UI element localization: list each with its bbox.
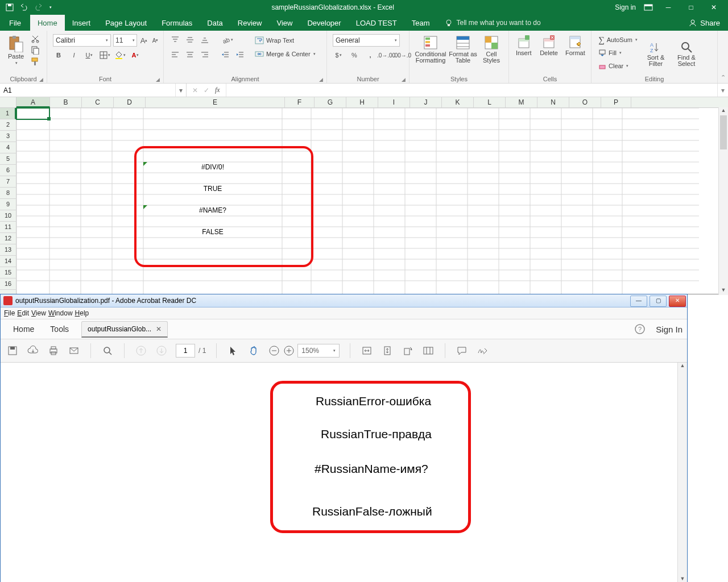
delete-cells-button[interactable]: Delete — [537, 33, 560, 56]
scrollbar-thumb[interactable] — [720, 115, 727, 149]
tell-me-search[interactable]: Tell me what you want to do — [445, 15, 540, 31]
formula-input[interactable] — [226, 84, 717, 97]
comma-format-icon[interactable]: , — [365, 49, 376, 61]
row-header[interactable]: 9 — [0, 199, 16, 210]
underline-button[interactable]: U▾ — [84, 49, 95, 61]
undo-icon[interactable] — [19, 3, 28, 11]
tab-tools[interactable]: Tools — [42, 325, 77, 334]
tab-file[interactable]: File — [0, 15, 30, 31]
menu-view[interactable]: View — [31, 309, 46, 317]
format-painter-icon[interactable] — [31, 57, 40, 66]
cloud-icon[interactable] — [27, 344, 39, 357]
paste-button[interactable]: Paste ▾ — [3, 33, 28, 65]
tab-formulas[interactable]: Formulas — [154, 15, 200, 31]
column-header[interactable]: I — [378, 97, 410, 107]
fit-width-icon[interactable] — [361, 344, 373, 357]
menu-window[interactable]: Window — [48, 309, 73, 317]
align-center-icon[interactable] — [184, 49, 196, 60]
save-icon[interactable] — [6, 344, 19, 357]
tab-home[interactable]: Home — [30, 15, 65, 31]
row-header[interactable]: 11 — [0, 222, 16, 233]
worksheet-grid[interactable]: ABCDEFGHIJKLMNOP 12345678910111213141516… — [0, 97, 728, 295]
column-header[interactable]: N — [537, 97, 569, 107]
column-header[interactable]: F — [285, 97, 315, 107]
document-tab[interactable]: outputRussianGlob...✕ — [81, 321, 168, 338]
share-button[interactable]: Share — [681, 15, 728, 31]
shrink-font-icon[interactable]: A▾ — [151, 35, 160, 45]
font-name-selector[interactable]: Calibri▾ — [53, 34, 111, 47]
cell[interactable]: #NAME? — [143, 205, 282, 216]
scroll-down-icon[interactable]: ▼ — [719, 287, 728, 295]
conditional-formatting-button[interactable]: Conditional Formatting — [415, 33, 446, 64]
qat-dropdown-icon[interactable]: ▾ — [49, 5, 52, 10]
row-header[interactable]: 6 — [0, 165, 16, 176]
tab-developer[interactable]: Developer — [300, 15, 348, 31]
scroll-down-icon[interactable]: ▼ — [678, 576, 687, 582]
column-header[interactable]: H — [346, 97, 378, 107]
redo-icon[interactable] — [34, 3, 43, 11]
row-header[interactable]: 7 — [0, 176, 16, 188]
rotate-icon[interactable] — [402, 344, 414, 357]
close-button[interactable]: ✕ — [669, 296, 686, 307]
hand-tool-icon[interactable] — [247, 344, 260, 357]
comment-icon[interactable] — [456, 344, 468, 357]
save-icon[interactable] — [6, 3, 14, 11]
fx-icon[interactable]: fx — [215, 86, 220, 94]
fill-button[interactable]: Fill▾ — [598, 47, 638, 59]
print-icon[interactable] — [47, 344, 60, 357]
search-icon[interactable] — [101, 344, 114, 357]
ribbon-display-icon[interactable] — [644, 4, 653, 11]
fit-page-icon[interactable] — [381, 344, 394, 357]
column-header[interactable]: B — [50, 97, 82, 107]
tab-review[interactable]: Review — [230, 15, 270, 31]
menu-edit[interactable]: Edit — [17, 309, 29, 317]
decrease-decimal-icon[interactable]: .00→.0 — [396, 49, 408, 61]
align-left-icon[interactable] — [169, 49, 181, 60]
tab-load-test[interactable]: LOAD TEST — [349, 15, 404, 31]
column-header[interactable]: J — [410, 97, 442, 107]
tab-data[interactable]: Data — [200, 15, 230, 31]
row-header[interactable]: 5 — [0, 153, 16, 165]
maximize-button[interactable]: ▢ — [650, 296, 667, 307]
pdf-viewport[interactable]: RussianError-ошибка RussianTrue-правда #… — [1, 363, 687, 582]
cut-icon[interactable] — [31, 34, 40, 43]
expand-formula-bar-icon[interactable]: ▾ — [717, 84, 728, 97]
dialog-launcher-icon[interactable]: ◢ — [402, 77, 406, 82]
close-tab-icon[interactable]: ✕ — [156, 325, 162, 333]
row-header[interactable]: 13 — [0, 244, 16, 256]
minimize-button[interactable]: — — [630, 296, 647, 307]
column-header[interactable]: D — [114, 97, 146, 107]
page-number-input[interactable] — [176, 344, 195, 357]
vertical-scrollbar[interactable]: ▲ ▼ — [718, 107, 728, 295]
tab-insert[interactable]: Insert — [65, 15, 98, 31]
row-header[interactable]: 2 — [0, 119, 16, 131]
row-header[interactable]: 4 — [0, 142, 16, 153]
align-bottom-icon[interactable] — [199, 34, 210, 45]
column-header[interactable]: K — [442, 97, 474, 107]
name-box-input[interactable] — [0, 86, 175, 94]
menu-file[interactable]: File — [4, 309, 15, 317]
cell[interactable]: TRUE — [143, 184, 282, 194]
zoom-level-selector[interactable]: 150%▾ — [297, 344, 340, 357]
format-cells-button[interactable]: Format — [563, 33, 588, 56]
format-as-table-button[interactable]: Format as Table — [449, 33, 477, 64]
row-header[interactable]: 16 — [0, 278, 16, 290]
insert-cells-button[interactable]: Insert — [512, 33, 535, 56]
menu-help[interactable]: Help — [75, 309, 89, 317]
row-header[interactable]: 12 — [0, 233, 16, 244]
cancel-formula-icon[interactable]: ✕ — [192, 86, 198, 94]
column-header[interactable]: L — [474, 97, 506, 107]
scroll-up-icon[interactable]: ▲ — [678, 363, 687, 371]
row-header[interactable]: 14 — [0, 256, 16, 267]
cell-styles-button[interactable]: Cell Styles — [479, 33, 503, 64]
selection-tool-icon[interactable] — [227, 344, 239, 357]
enter-formula-icon[interactable]: ✓ — [204, 86, 209, 94]
italic-button[interactable]: I — [68, 49, 80, 61]
cell[interactable]: #DIV/0! — [143, 162, 282, 173]
row-header[interactable]: 1 — [0, 108, 16, 119]
align-middle-icon[interactable] — [184, 34, 196, 45]
number-format-selector[interactable]: General▾ — [333, 34, 400, 47]
increase-indent-icon[interactable] — [234, 49, 246, 60]
maximize-button[interactable]: □ — [684, 3, 698, 11]
sign-icon[interactable] — [476, 344, 489, 357]
